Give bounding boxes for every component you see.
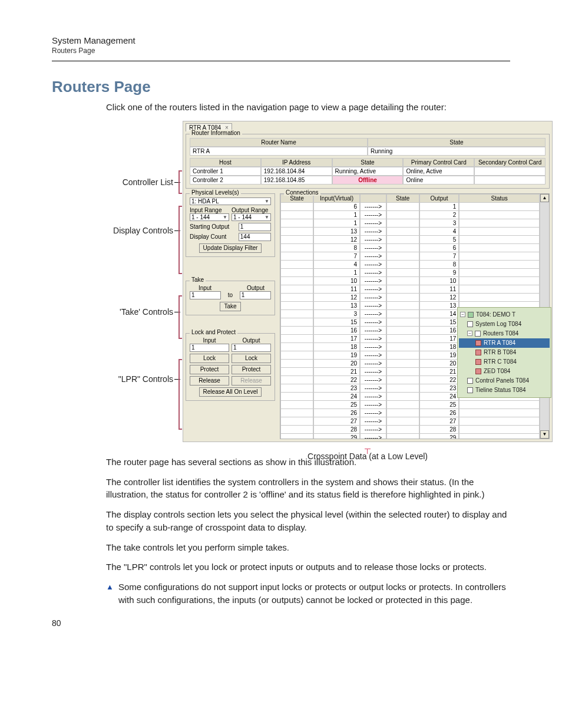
body-paragraph: The "LPR" controls let you lock or prote… bbox=[106, 561, 510, 574]
lock-output-button[interactable]: Lock bbox=[232, 354, 271, 363]
release-output-button[interactable]: Release bbox=[232, 376, 271, 386]
body-paragraph: The take controls let you perform simple… bbox=[106, 541, 510, 554]
connection-row: 1------->3 bbox=[280, 219, 540, 228]
input-range-select[interactable]: 1 - 144▼ bbox=[190, 213, 229, 221]
display-count-input[interactable]: 144 bbox=[239, 233, 271, 241]
connection-row: 11------->11 bbox=[280, 285, 540, 294]
tree-item[interactable]: Control Panels T084 bbox=[459, 376, 550, 386]
header-rule bbox=[52, 61, 510, 61]
running-header-sub: Routers Page bbox=[52, 47, 510, 55]
connection-row: 1------->9 bbox=[280, 269, 540, 277]
body-paragraph: The controller list identifies the syste… bbox=[106, 476, 510, 502]
tree-item[interactable]: Tieline Status T084 bbox=[459, 386, 550, 395]
tree-root[interactable]: − T084: DEMO T bbox=[459, 310, 550, 319]
tree-item[interactable]: System Log T084 bbox=[459, 319, 550, 329]
connection-row: 28------->28 bbox=[280, 426, 540, 434]
body-paragraph: The display controls section lets you se… bbox=[106, 508, 510, 534]
router-state-header: State bbox=[368, 138, 546, 147]
connection-row: 8------->6 bbox=[280, 244, 540, 252]
tree-item[interactable]: ZED T084 bbox=[459, 367, 550, 376]
tree-item[interactable]: RTR C T084 bbox=[459, 357, 550, 367]
connection-row: 12------->5 bbox=[280, 236, 540, 244]
intro-paragraph: Click one of the routers listed in the n… bbox=[106, 101, 510, 114]
lock-input-button[interactable]: Lock bbox=[190, 354, 229, 363]
protect-input-button[interactable]: Protect bbox=[190, 365, 229, 374]
page-title: Routers Page bbox=[52, 78, 510, 96]
connection-row: 29------->29 bbox=[280, 434, 540, 439]
scroll-up-icon[interactable]: ▲ bbox=[540, 194, 549, 202]
connection-row: 7------->7 bbox=[280, 252, 540, 261]
tree-item-selected[interactable]: RTR A T084 bbox=[459, 338, 550, 348]
page-number: 80 bbox=[52, 618, 61, 628]
connection-row: 13------->4 bbox=[280, 228, 540, 236]
controller-row: Controller 2192.168.104.85OfflineOnline bbox=[190, 176, 546, 185]
physical-level-select[interactable]: 1: HDA PL ▼ bbox=[190, 197, 271, 205]
starting-output-input[interactable]: 1 bbox=[239, 223, 271, 231]
release-input-button[interactable]: Release bbox=[190, 376, 229, 386]
physical-levels-group: Physical Levels(s) 1: HDA PL ▼ Input Ran… bbox=[186, 193, 275, 257]
connection-row: 4------->8 bbox=[280, 261, 540, 269]
tree-item[interactable]: RTR B T084 bbox=[459, 348, 550, 357]
connection-row: 26------->26 bbox=[280, 409, 540, 417]
note-triangle-icon: ▲ bbox=[106, 581, 114, 607]
running-header-title: System Management bbox=[52, 35, 510, 45]
caption-marker bbox=[365, 449, 371, 449]
connection-row: 6------->1 bbox=[280, 203, 540, 211]
connection-row: 12------->12 bbox=[280, 294, 540, 302]
lpr-group: Lock and Protect Input Output 1 1 Lock L… bbox=[186, 333, 275, 401]
protect-output-button[interactable]: Protect bbox=[232, 365, 271, 374]
tree-item[interactable]: −Routers T084 bbox=[459, 329, 550, 338]
take-group: Take Input Output 1 to 1 Take bbox=[186, 281, 275, 315]
chevron-down-icon: ▼ bbox=[265, 199, 269, 204]
take-input[interactable]: 1 bbox=[190, 291, 221, 299]
connection-row: 25------->25 bbox=[280, 401, 540, 409]
router-info-group: Router Information Router Name State RTR… bbox=[186, 134, 550, 189]
controller-row: Controller 1192.168.104.84Running, Activ… bbox=[190, 167, 546, 176]
lpr-input[interactable]: 1 bbox=[190, 344, 229, 352]
figure-caption: Crosspoint Data (at a Low Level) bbox=[183, 452, 553, 461]
connection-row: 1------->2 bbox=[280, 211, 540, 219]
lpr-output[interactable]: 1 bbox=[232, 344, 271, 352]
note-paragraph: ▲ Some configurations do not support inp… bbox=[106, 581, 510, 607]
connection-row: 10------->10 bbox=[280, 277, 540, 285]
connection-row: 27------->27 bbox=[280, 417, 540, 426]
navigation-tree: − T084: DEMO T System Log T084 −Routers … bbox=[457, 307, 551, 398]
take-output[interactable]: 1 bbox=[240, 291, 271, 299]
release-all-button[interactable]: Release All On Level bbox=[199, 387, 262, 397]
scroll-down-icon[interactable]: ▼ bbox=[540, 430, 549, 439]
update-display-filter-button[interactable]: Update Display Filter bbox=[199, 243, 262, 253]
figure: Controller List Display Controls 'Take' … bbox=[52, 121, 510, 451]
callout-controller: Controller List bbox=[123, 177, 173, 188]
router-name-value: RTR A bbox=[190, 147, 368, 156]
router-state-value: Running bbox=[368, 147, 546, 156]
callout-display: Display Controls bbox=[113, 226, 173, 236]
callout-take: 'Take' Controls bbox=[120, 307, 173, 318]
router-name-header: Router Name bbox=[190, 138, 368, 147]
take-button[interactable]: Take bbox=[220, 302, 240, 311]
callout-lpr: "LPR" Controls bbox=[118, 374, 173, 385]
output-range-select[interactable]: 1 - 144▼ bbox=[232, 213, 271, 221]
